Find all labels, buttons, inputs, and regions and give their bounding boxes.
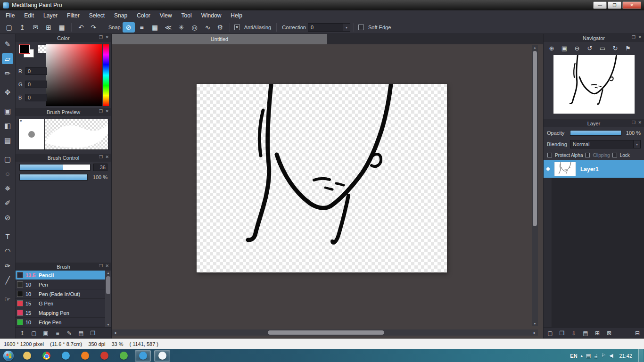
taskbar-app-red[interactable] [96, 350, 112, 362]
taskbar-clock[interactable]: 21:42 [619, 353, 632, 359]
zoom-in-icon[interactable]: ⊕ [545, 43, 558, 53]
brush-list-icon[interactable]: ≡ [53, 329, 62, 337]
edit-brush-icon[interactable]: ✎ [65, 329, 74, 337]
menu-window[interactable]: Window [197, 10, 226, 21]
popout-icon[interactable]: ❐ [99, 263, 103, 269]
menu-layer[interactable]: Layer [39, 10, 62, 21]
foreground-color-swatch[interactable] [19, 45, 30, 53]
bucket-tool[interactable]: ◧ [2, 120, 13, 131]
brush-item[interactable]: 10Pen (Fade In/Out) [16, 289, 105, 299]
popout-icon[interactable]: ❐ [99, 109, 103, 115]
layer-item[interactable]: Layer1 [544, 160, 644, 178]
clear-layer-icon[interactable]: ⊠ [605, 329, 613, 337]
magic-wand-tool[interactable]: ✵ [2, 183, 13, 194]
horizontal-scroll-thumb[interactable] [268, 330, 384, 335]
saturation-value-picker[interactable] [46, 44, 102, 106]
close-icon[interactable]: ✕ [105, 263, 109, 269]
scroll-right-icon[interactable]: ▶ [533, 331, 537, 334]
close-icon[interactable]: ✕ [105, 109, 109, 115]
antialiasing-checkbox[interactable]: ✕ [234, 25, 240, 30]
popout-icon[interactable]: ❐ [99, 155, 103, 160]
menu-help[interactable]: Help [226, 10, 247, 21]
clipping-checkbox[interactable] [585, 153, 590, 157]
start-button[interactable] [0, 349, 17, 362]
menu-view[interactable]: View [155, 10, 177, 21]
materials-icon[interactable]: ▦ [56, 22, 68, 33]
close-icon[interactable]: ✕ [638, 120, 642, 126]
add-layer-icon[interactable]: ▢ [546, 329, 554, 337]
transfer-layer-icon[interactable]: ⇩ [570, 329, 578, 337]
show-hidden-icons-button[interactable]: ▴ [581, 354, 583, 358]
scroll-up-icon[interactable]: ▲ [532, 46, 538, 49]
document-tab[interactable]: Untitled [112, 34, 327, 44]
correction-dropdown[interactable]: 0 ▾ [308, 23, 350, 32]
select-tool[interactable]: ▢ [2, 154, 13, 165]
actual-pixels-icon[interactable]: ▭ [596, 43, 609, 53]
shape-brush-tool[interactable]: ▣ [2, 106, 13, 116]
blue-value-field[interactable]: 0 [25, 94, 47, 101]
snap-parallel-icon[interactable]: ≡ [136, 22, 148, 33]
delete-layer-icon[interactable]: ⊟ [633, 329, 642, 337]
undo-button[interactable]: ↶ [75, 22, 87, 33]
hue-slider[interactable] [103, 44, 109, 106]
taskbar-qq[interactable] [58, 350, 74, 362]
green-value-field[interactable]: 0 [25, 81, 47, 88]
canvas[interactable] [197, 84, 447, 272]
pixel-grid-icon[interactable]: ⊞ [42, 22, 55, 33]
brush-item[interactable]: 10Pen [16, 280, 105, 289]
blending-dropdown[interactable]: Normal ▾ [570, 140, 641, 148]
pen-tool[interactable]: ✎ [2, 39, 13, 49]
brush-opacity-slider[interactable] [19, 174, 88, 181]
eraser-tool[interactable]: ▱ [2, 53, 13, 64]
brush-folder-icon[interactable]: ▤ [77, 329, 85, 337]
taskbar-firefox[interactable] [77, 350, 93, 362]
taskbar-app-green[interactable] [116, 350, 132, 362]
brush-item[interactable]: 10Edge Pen [16, 318, 105, 327]
duplicate-layer-icon[interactable]: ❐ [558, 329, 566, 337]
brush-size-slider[interactable] [19, 164, 91, 171]
close-button[interactable]: ✕ [622, 1, 641, 9]
snap-concentric-icon[interactable]: ◎ [189, 22, 201, 33]
rotate-ccw-icon[interactable]: ↺ [584, 43, 596, 53]
lock-checkbox[interactable] [612, 153, 617, 157]
divide-tool[interactable]: ╱ [2, 275, 13, 286]
menu-snap[interactable]: Snap [109, 10, 132, 21]
close-icon[interactable]: ✕ [105, 35, 109, 41]
taskbar-chat[interactable] [135, 350, 151, 362]
language-indicator[interactable]: EN [570, 353, 577, 359]
popout-icon[interactable]: ❐ [99, 35, 103, 41]
minimize-button[interactable]: — [593, 1, 607, 9]
snap-settings-icon[interactable]: ⚙ [214, 22, 226, 33]
cloud-upload-icon[interactable]: ↥ [16, 22, 28, 33]
brush-size-value[interactable]: 36 [93, 164, 107, 171]
menu-filter[interactable]: Filter [62, 10, 84, 21]
taskbar-explorer[interactable] [19, 350, 35, 362]
lasso-tool[interactable]: ◌ [2, 168, 13, 179]
volume-icon[interactable]: ◀ [609, 353, 613, 359]
merge-layer-icon[interactable]: ⊞ [593, 329, 602, 337]
scroll-down-icon[interactable]: ▼ [105, 323, 111, 326]
move-tool[interactable]: ✥ [2, 87, 13, 98]
vertical-scroll-thumb[interactable] [533, 51, 537, 226]
brush-item[interactable]: 15Mapping Pen [16, 308, 105, 318]
fit-window-icon[interactable]: ▣ [558, 43, 570, 53]
show-desktop-button[interactable] [638, 349, 643, 362]
snap-off-icon[interactable]: ⊘ [123, 22, 135, 33]
snap-curve-icon[interactable]: ∿ [202, 22, 214, 33]
taskbar-medibang[interactable] [154, 350, 170, 362]
brush-scroll-thumb[interactable] [106, 276, 110, 294]
add-brush-icon[interactable]: ▢ [30, 329, 38, 337]
layer-opacity-slider[interactable] [570, 130, 621, 136]
navigator-thumbnail[interactable] [553, 55, 635, 114]
popout-icon[interactable]: ❐ [632, 35, 636, 41]
menu-tool[interactable]: Tool [177, 10, 197, 21]
soft-edge-checkbox[interactable] [358, 25, 364, 30]
vertical-scrollbar[interactable]: ▲ ▼ [532, 45, 538, 326]
rotate-cw-icon[interactable]: ↻ [609, 43, 621, 53]
snap-grid-icon[interactable]: ▦ [149, 22, 161, 33]
snap-vanishing-point-icon[interactable]: ≪ [162, 22, 174, 33]
select-eraser-tool[interactable]: ⊘ [2, 212, 13, 223]
pencil-tool[interactable]: ✏ [2, 68, 13, 79]
horizontal-scrollbar[interactable]: ◀ ▶ [112, 329, 538, 336]
comment-icon[interactable]: ✉ [29, 22, 41, 33]
